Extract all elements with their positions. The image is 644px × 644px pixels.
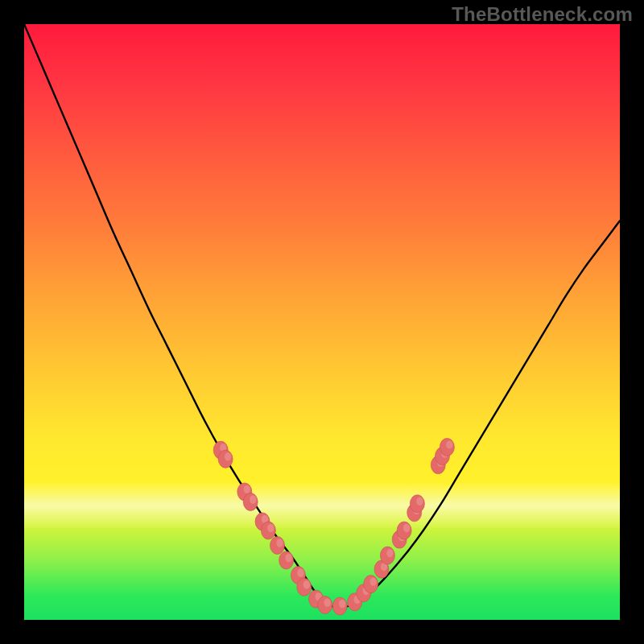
marker-point	[270, 537, 285, 555]
marker-point	[364, 576, 378, 593]
svg-point-5	[244, 485, 250, 493]
chart-frame: TheBottleneck.com	[0, 0, 644, 644]
svg-point-43	[416, 497, 423, 506]
svg-point-17	[297, 568, 303, 576]
marker-point	[318, 597, 332, 614]
marker-point	[380, 547, 394, 564]
marker-point	[332, 597, 347, 615]
svg-point-31	[369, 577, 376, 585]
svg-point-39	[403, 524, 410, 532]
marker-point	[397, 522, 411, 539]
marker-point	[440, 438, 454, 456]
svg-point-15	[285, 554, 291, 562]
marker-point	[279, 551, 294, 569]
svg-point-7	[250, 495, 256, 503]
marker-point	[218, 450, 233, 468]
svg-point-23	[324, 598, 331, 606]
svg-point-3	[225, 452, 231, 460]
svg-point-35	[386, 549, 393, 557]
marker-point	[261, 522, 275, 539]
marker-point	[297, 578, 312, 596]
svg-point-13	[276, 539, 283, 547]
svg-point-49	[446, 440, 452, 448]
svg-point-19	[303, 580, 310, 588]
svg-point-25	[339, 600, 345, 608]
plot-area	[24, 24, 620, 620]
data-markers	[213, 438, 454, 615]
watermark-text: TheBottleneck.com	[452, 3, 633, 26]
bottleneck-chart	[24, 24, 620, 620]
bottleneck-curve	[24, 24, 620, 607]
svg-point-11	[267, 524, 274, 532]
marker-point	[410, 495, 424, 513]
marker-point	[243, 493, 258, 510]
